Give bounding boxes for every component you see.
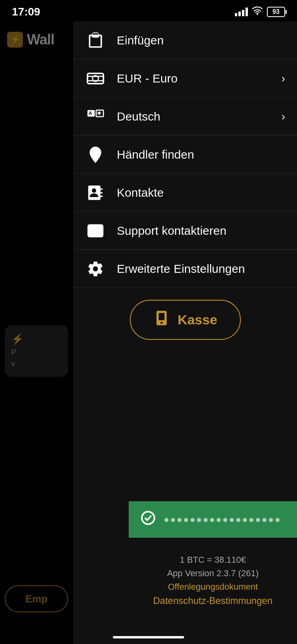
svg-rect-19 <box>160 318 161 320</box>
menu-item-einstellungen[interactable]: Erweiterte Einstellungen <box>73 250 297 288</box>
app-version: App Version 2.3.7 (261) <box>167 568 259 579</box>
menu-item-kontakte[interactable]: Kontakte <box>73 174 297 212</box>
language-icon: A ✱ <box>85 106 106 127</box>
svg-point-8 <box>93 150 97 154</box>
paste-icon <box>85 30 106 51</box>
battery-icon: 93 <box>267 7 285 17</box>
svg-text:A: A <box>89 110 92 116</box>
svg-rect-9 <box>88 185 101 200</box>
svg-rect-11 <box>101 192 103 194</box>
menu-label-kontakte: Kontakte <box>117 186 285 199</box>
menu-item-einfuegen[interactable]: Einfügen <box>73 21 297 59</box>
kasse-button[interactable]: Kasse <box>130 300 241 340</box>
mail-icon <box>85 220 106 241</box>
menu-label-haendler: Händler finden <box>117 148 285 161</box>
menu-label-eur: EUR - Euro <box>117 72 270 85</box>
svg-point-13 <box>92 188 96 193</box>
wifi-icon <box>252 6 263 17</box>
menu-item-support[interactable]: Support kontaktieren <box>73 212 297 250</box>
menu-item-eur[interactable]: EUR - Euro › <box>73 59 297 98</box>
disclosure-link[interactable]: Offenlegungsdokument <box>168 582 258 592</box>
menu-label-einstellungen: Erweiterte Einstellungen <box>117 262 285 276</box>
currency-icon <box>85 68 106 89</box>
svg-rect-0 <box>88 73 103 84</box>
svg-rect-15 <box>160 314 161 315</box>
svg-rect-12 <box>101 196 103 197</box>
status-bar: 17:09 93 <box>0 0 297 21</box>
signal-icon <box>235 8 248 16</box>
svg-rect-18 <box>162 316 164 318</box>
deutsch-chevron-icon: › <box>282 110 285 123</box>
svg-text:✱: ✱ <box>97 110 101 116</box>
menu-item-deutsch[interactable]: A ✱ Deutsch › <box>73 98 297 136</box>
kasse-pos-icon <box>153 309 170 330</box>
svg-rect-17 <box>160 316 161 318</box>
status-icons: 93 <box>235 6 285 17</box>
menu-label-deutsch: Deutsch <box>117 110 270 123</box>
eur-chevron-icon: › <box>282 72 285 85</box>
contacts-icon <box>85 182 106 203</box>
home-indicator <box>113 636 184 638</box>
bottom-info: 1 BTC = 38.110€ App Version 2.3.7 (261) … <box>129 547 297 610</box>
svg-point-21 <box>142 512 154 524</box>
settings-icon <box>85 259 106 279</box>
svg-rect-16 <box>162 314 164 315</box>
green-banner: ●●●●●●●●●●●●●●●●●● <box>129 501 297 538</box>
btc-rate: 1 BTC = 38.110€ <box>180 555 246 565</box>
menu-item-haendler[interactable]: Händler finden <box>73 136 297 174</box>
location-icon <box>85 144 106 165</box>
kasse-section: Kasse <box>73 288 297 344</box>
status-time: 17:09 <box>12 6 40 18</box>
check-icon <box>141 510 156 529</box>
menu-label-support: Support kontaktieren <box>117 224 285 238</box>
green-banner-text: ●●●●●●●●●●●●●●●●●● <box>164 514 281 525</box>
svg-rect-10 <box>101 188 103 190</box>
kasse-button-label: Kasse <box>177 312 217 328</box>
menu-label-einfuegen: Einfügen <box>117 34 285 47</box>
svg-rect-20 <box>162 318 164 320</box>
privacy-link[interactable]: Datenschutz-Bestimmungen <box>153 595 272 606</box>
menu-panel: Einfügen EUR - Euro › A ✱ Deutsch › <box>73 21 297 644</box>
